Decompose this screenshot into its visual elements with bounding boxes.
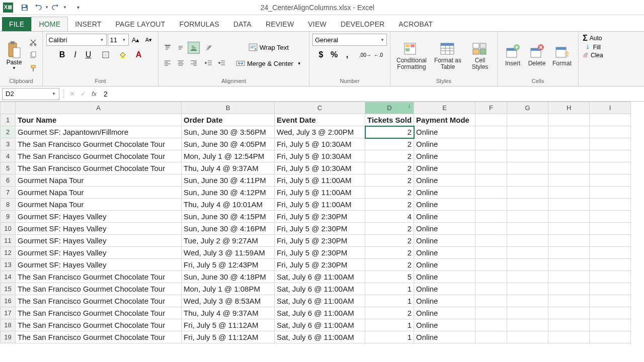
cell-B14[interactable]: Sun, June 30 @ 4:18PM: [182, 271, 275, 283]
insert-function-button[interactable]: fx: [89, 88, 100, 100]
cell-G6[interactable]: [507, 174, 548, 187]
cell-F1[interactable]: [475, 114, 507, 126]
cell-A7[interactable]: Gourmet Napa Tour: [16, 187, 182, 199]
col-header-I[interactable]: I: [590, 102, 631, 114]
cell-C6[interactable]: Fri, July 5 @ 11:00AM: [275, 174, 365, 187]
cell-F12[interactable]: [475, 247, 507, 259]
col-header-F[interactable]: F: [475, 102, 507, 114]
cell-B10[interactable]: Sun, June 30 @ 4:16PM: [182, 223, 275, 235]
cell-C7[interactable]: Fri, July 5 @ 11:00AM: [275, 187, 365, 199]
number-format-select[interactable]: General▼: [312, 34, 387, 46]
cell-C1[interactable]: Event Date: [275, 114, 365, 126]
cell-A11[interactable]: Gourmet SF: Hayes Valley: [16, 235, 182, 247]
cell-A1[interactable]: Tour Name: [16, 114, 182, 126]
cell-I8[interactable]: [590, 199, 631, 211]
cell-D19[interactable]: 1: [365, 331, 414, 343]
percent-format-button[interactable]: %: [328, 49, 340, 61]
cell-H19[interactable]: [548, 331, 590, 343]
cell-A19[interactable]: The San Francisco Gourmet Chocolate Tour: [16, 331, 182, 343]
align-left-button[interactable]: [162, 57, 174, 69]
align-bottom-button[interactable]: [188, 42, 200, 54]
cell-C9[interactable]: Fri, July 5 @ 2:30PM: [275, 211, 365, 223]
row-header-17[interactable]: 17: [1, 307, 16, 319]
row-header-16[interactable]: 16: [1, 295, 16, 307]
cell-A14[interactable]: The San Francisco Gourmet Chocolate Tour: [16, 271, 182, 283]
cell-B19[interactable]: Fri, July 5 @ 11:12AM: [182, 331, 275, 343]
format-painter-button[interactable]: [27, 62, 39, 74]
cell-H16[interactable]: [548, 295, 590, 307]
tab-developer[interactable]: DEVELOPER: [334, 17, 391, 31]
cell-E18[interactable]: Online: [414, 319, 475, 331]
cell-I11[interactable]: [590, 235, 631, 247]
cell-A3[interactable]: The San Francisco Gourmet Chocolate Tour: [16, 138, 182, 150]
cancel-formula-button[interactable]: ✕: [66, 88, 77, 100]
cell-F13[interactable]: [475, 259, 507, 271]
row-header-13[interactable]: 13: [1, 259, 16, 271]
cell-A2[interactable]: Gourmet SF: Japantown/Fillmore: [16, 126, 182, 138]
row-header-15[interactable]: 15: [1, 283, 16, 295]
cell-H10[interactable]: [548, 223, 590, 235]
row-header-8[interactable]: 8: [1, 199, 16, 211]
row-header-2[interactable]: 2: [1, 126, 16, 138]
borders-button[interactable]: [100, 49, 112, 61]
col-header-E[interactable]: E: [414, 102, 475, 114]
tab-data[interactable]: DATA: [226, 17, 259, 31]
tab-page-layout[interactable]: PAGE LAYOUT: [108, 17, 172, 31]
cell-B9[interactable]: Sun, June 30 @ 4:15PM: [182, 211, 275, 223]
row-header-4[interactable]: 4: [1, 150, 16, 162]
name-box[interactable]: D2▼: [2, 88, 59, 100]
format-as-table-button[interactable]: Format as Table: [430, 40, 466, 70]
cell-G12[interactable]: [507, 247, 548, 259]
cell-styles-button[interactable]: Cell Styles: [466, 40, 494, 70]
cell-C5[interactable]: Fri, July 5 @ 10:30AM: [275, 162, 365, 174]
wrap-text-button[interactable]: Wrap Text: [233, 40, 304, 54]
col-header-G[interactable]: G: [507, 102, 548, 114]
increase-font-button[interactable]: A▴: [130, 34, 142, 46]
col-header-H[interactable]: H: [548, 102, 590, 114]
cell-F6[interactable]: [475, 174, 507, 187]
decrease-decimal-button[interactable]: ←.0: [372, 49, 384, 61]
cell-B4[interactable]: Mon, July 1 @ 12:54PM: [182, 150, 275, 162]
cell-E8[interactable]: Online: [414, 199, 475, 211]
cell-G1[interactable]: [507, 114, 548, 126]
cell-I13[interactable]: [590, 259, 631, 271]
redo-dropdown[interactable]: ▼: [62, 1, 67, 14]
cell-D17[interactable]: 2: [365, 307, 414, 319]
cell-A12[interactable]: Gourmet SF: Hayes Valley: [16, 247, 182, 259]
cell-H2[interactable]: [548, 126, 590, 138]
undo-dropdown[interactable]: ▼: [44, 1, 49, 14]
cell-D13[interactable]: 2: [365, 259, 414, 271]
cell-G7[interactable]: [507, 187, 548, 199]
delete-cells-button[interactable]: Delete: [525, 43, 549, 67]
cell-B3[interactable]: Sun, June 30 @ 4:05PM: [182, 138, 275, 150]
cell-A8[interactable]: Gourmet Napa Tour: [16, 199, 182, 211]
cell-F16[interactable]: [475, 295, 507, 307]
row-header-10[interactable]: 10: [1, 223, 16, 235]
cut-button[interactable]: [27, 36, 39, 48]
cell-C12[interactable]: Fri, July 5 @ 2:30PM: [275, 247, 365, 259]
align-middle-button[interactable]: [175, 42, 187, 54]
increase-decimal-button[interactable]: .00→: [359, 49, 371, 61]
copy-button[interactable]: [27, 49, 39, 61]
tab-view[interactable]: VIEW: [301, 17, 334, 31]
cell-I17[interactable]: [590, 307, 631, 319]
cell-C19[interactable]: Sat, July 6 @ 11:00AM: [275, 331, 365, 343]
cell-H13[interactable]: [548, 259, 590, 271]
cell-E5[interactable]: Online: [414, 162, 475, 174]
cell-C18[interactable]: Sat, July 6 @ 11:00AM: [275, 319, 365, 331]
cell-D6[interactable]: 2: [365, 174, 414, 187]
bold-button[interactable]: B: [56, 49, 68, 61]
cell-B8[interactable]: Thu, July 4 @ 10:01AM: [182, 199, 275, 211]
tab-insert[interactable]: INSERT: [68, 17, 108, 31]
cell-E11[interactable]: Online: [414, 235, 475, 247]
cell-C3[interactable]: Fri, July 5 @ 10:30AM: [275, 138, 365, 150]
cell-B6[interactable]: Sun, June 30 @ 4:11PM: [182, 174, 275, 187]
cell-H15[interactable]: [548, 283, 590, 295]
cell-H17[interactable]: [548, 307, 590, 319]
cell-A16[interactable]: The San Francisco Gourmet Chocolate Tour: [16, 295, 182, 307]
col-header-B[interactable]: B: [182, 102, 275, 114]
format-cells-button[interactable]: Format: [549, 43, 575, 67]
row-header-11[interactable]: 11: [1, 235, 16, 247]
cell-E14[interactable]: Online: [414, 271, 475, 283]
insert-cells-button[interactable]: Insert: [501, 43, 525, 67]
